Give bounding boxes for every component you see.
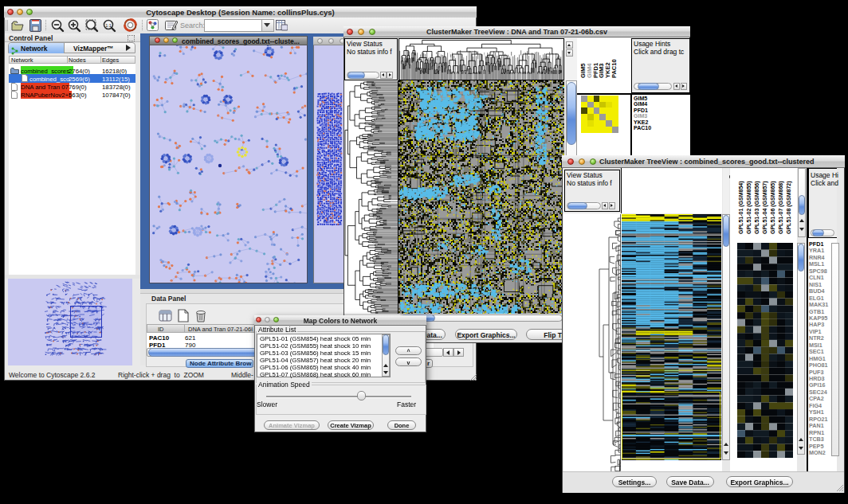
svg-text:1:1: 1:1 [105,23,112,28]
